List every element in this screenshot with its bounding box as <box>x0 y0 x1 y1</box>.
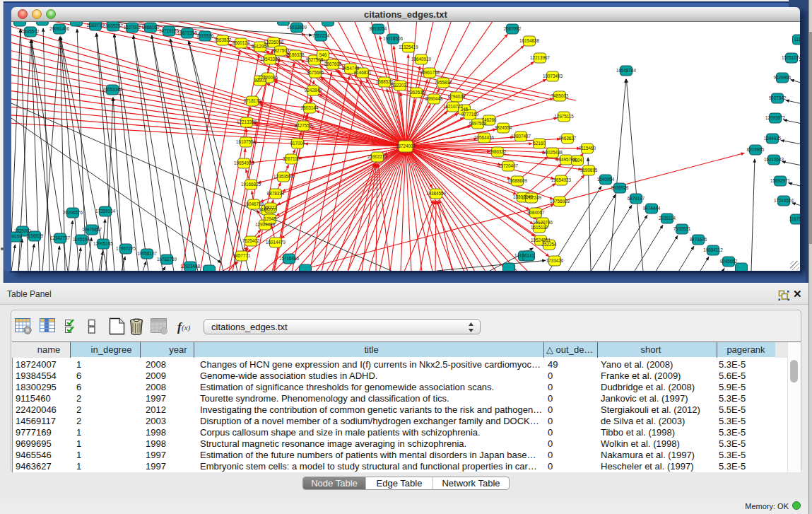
svg-text:16782759: 16782759 <box>157 257 177 262</box>
svg-text:1362615: 1362615 <box>408 90 425 95</box>
svg-text:14136141: 14136141 <box>514 253 535 258</box>
svg-text:12213369: 12213369 <box>237 119 257 124</box>
svg-text:1615112: 1615112 <box>531 225 548 230</box>
svg-text:9463627: 9463627 <box>559 136 577 141</box>
svg-text:17957225: 17957225 <box>116 246 136 251</box>
svg-text:3675685: 3675685 <box>307 70 324 75</box>
svg-text:10756928: 10756928 <box>550 199 570 204</box>
svg-text:17359934: 17359934 <box>95 209 116 214</box>
svg-text:10973493: 10973493 <box>543 74 563 78</box>
svg-text:7625402: 7625402 <box>242 238 260 243</box>
svg-text:12909489: 12909489 <box>255 222 276 227</box>
svg-text:9115460: 9115460 <box>579 146 596 151</box>
svg-text:2867608: 2867608 <box>324 62 342 66</box>
svg-text:9129966: 9129966 <box>774 75 792 80</box>
svg-text:6794028: 6794028 <box>448 94 466 99</box>
svg-text:2069719: 2069719 <box>87 23 105 28</box>
svg-text:9457771: 9457771 <box>233 253 251 258</box>
svg-text:19654923: 19654923 <box>551 177 572 182</box>
svg-text:6466160: 6466160 <box>142 25 160 30</box>
svg-text:12213967: 12213967 <box>530 55 551 60</box>
svg-text:1405572: 1405572 <box>22 29 40 34</box>
svg-text:10543382: 10543382 <box>260 57 281 62</box>
svg-text:(x): (x) <box>182 323 191 332</box>
svg-text:9146821: 9146821 <box>354 70 372 75</box>
svg-text:10654112: 10654112 <box>703 247 723 252</box>
svg-text:8878334: 8878334 <box>267 191 285 196</box>
svg-text:12948: 12948 <box>264 216 276 221</box>
svg-text:8215955: 8215955 <box>747 147 765 152</box>
svg-text:10688609: 10688609 <box>507 178 528 183</box>
svg-text:7986322: 7986322 <box>489 149 507 154</box>
svg-text:10025438: 10025438 <box>543 150 563 155</box>
svg-text:20053346: 20053346 <box>102 87 123 92</box>
svg-text:62160: 62160 <box>533 141 546 146</box>
svg-text:9804: 9804 <box>572 158 583 163</box>
svg-text:8427552: 8427552 <box>295 123 312 128</box>
svg-text:8471676: 8471676 <box>690 237 707 242</box>
svg-text:20206576: 20206576 <box>63 210 83 215</box>
svg-text:16154838: 16154838 <box>519 38 540 43</box>
svg-text:19384554: 19384554 <box>426 191 447 196</box>
svg-text:8813054: 8813054 <box>370 26 387 31</box>
svg-text:546: 546 <box>319 52 327 57</box>
svg-text:19166825: 19166825 <box>241 182 261 187</box>
svg-text:15692971: 15692971 <box>770 178 791 183</box>
svg-text:10975867: 10975867 <box>82 227 102 232</box>
svg-text:15751074: 15751074 <box>782 55 800 60</box>
svg-text:116753: 116753 <box>789 216 800 221</box>
svg-text:98901: 98901 <box>254 78 266 83</box>
svg-text:12975115: 12975115 <box>554 114 574 119</box>
svg-text:16648784: 16648784 <box>616 68 637 73</box>
svg-text:10757249: 10757249 <box>522 195 542 200</box>
svg-text:6897568: 6897568 <box>469 121 487 126</box>
svg-text:8186328: 8186328 <box>287 52 305 57</box>
svg-text:12923468: 12923468 <box>180 264 201 269</box>
svg-text:7955812: 7955812 <box>435 80 452 85</box>
svg-text:9245652: 9245652 <box>720 259 738 264</box>
svg-text:16107554: 16107554 <box>236 139 257 144</box>
svg-text:11325419: 11325419 <box>399 45 418 49</box>
svg-text:5322037: 5322037 <box>392 83 409 88</box>
svg-text:9474444: 9474444 <box>643 206 661 211</box>
svg-text:1335061: 1335061 <box>14 228 32 233</box>
svg-text:10961758: 10961758 <box>420 70 440 75</box>
svg-text:3084067: 3084067 <box>527 210 545 215</box>
svg-text:1244415: 1244415 <box>764 136 782 141</box>
svg-text:16210643: 16210643 <box>764 157 784 162</box>
svg-text:7563822: 7563822 <box>214 37 232 42</box>
svg-text:6879197: 6879197 <box>628 196 645 201</box>
svg-text:10807487: 10807487 <box>511 134 531 139</box>
svg-text:1527602: 1527602 <box>124 25 141 30</box>
svg-text:16671355: 16671355 <box>177 30 198 35</box>
svg-text:8912954: 8912954 <box>252 44 269 49</box>
svg-text:12093872: 12093872 <box>765 115 786 120</box>
svg-text:3824554: 3824554 <box>495 125 512 130</box>
svg-text:1733426: 1733426 <box>546 258 564 263</box>
svg-text:10120746: 10120746 <box>533 220 553 225</box>
svg-text:16046788: 16046788 <box>244 201 264 206</box>
svg-text:8938928: 8938928 <box>611 185 629 190</box>
svg-text:19218506: 19218506 <box>383 36 404 41</box>
svg-text:18640910: 18640910 <box>411 57 432 62</box>
svg-text:10655287: 10655287 <box>103 23 124 28</box>
svg-text:18724007: 18724007 <box>396 144 416 148</box>
svg-text:9242848: 9242848 <box>305 88 322 93</box>
svg-text:9699695: 9699695 <box>580 168 598 173</box>
svg-text:16914479: 16914479 <box>266 240 286 245</box>
svg-text:20691406: 20691406 <box>49 26 70 31</box>
svg-text:17016504: 17016504 <box>774 198 794 203</box>
svg-text:12905185: 12905185 <box>93 241 114 246</box>
svg-text:8660124: 8660124 <box>233 40 250 45</box>
svg-text:13226058: 13226058 <box>264 40 284 45</box>
svg-text:252254: 252254 <box>541 242 557 247</box>
svg-text:9227342: 9227342 <box>769 95 787 100</box>
svg-text:10719185: 10719185 <box>159 28 180 33</box>
svg-text:345: 345 <box>461 107 469 112</box>
svg-text:12342737: 12342737 <box>50 235 71 240</box>
svg-text:88222: 88222 <box>264 205 277 210</box>
svg-text:15716485: 15716485 <box>279 256 300 261</box>
svg-text:917004: 917004 <box>290 141 305 146</box>
svg-text:1156829: 1156829 <box>26 233 44 238</box>
svg-text:3267110: 3267110 <box>283 156 300 161</box>
